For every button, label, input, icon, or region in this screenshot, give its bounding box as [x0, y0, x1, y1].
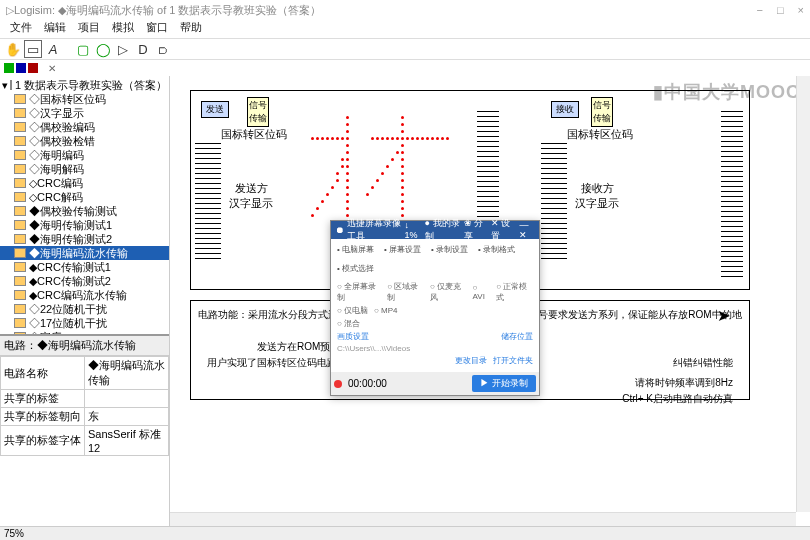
tree-item[interactable]: ◇17位随机干扰: [0, 316, 169, 330]
dialog-title: 迅捷屏幕录像工具: [347, 217, 405, 243]
menu-window[interactable]: 窗口: [142, 20, 172, 38]
tree-item[interactable]: ◇海明编码: [0, 148, 169, 162]
signal-box-send: 信号传输: [247, 97, 269, 127]
timer-value: 00:00:00: [348, 378, 387, 389]
recv-button[interactable]: 接收: [551, 101, 579, 118]
tree-item[interactable]: ◆CRC编码流水传输: [0, 288, 169, 302]
storage-link[interactable]: 储存位置: [501, 331, 533, 342]
dialog-section-labels: • 电脑屏幕 • 屏幕设置 • 录制设置 • 录制格式 • 模式选择: [331, 239, 539, 275]
scrollbar-vertical[interactable]: [796, 76, 810, 512]
input-pin-tool[interactable]: ▢: [74, 40, 92, 58]
project-tree[interactable]: ▾1 数据表示导教班实验（答案） * ◇国标转区位码◇汉字显示◇偶校验编码◇偶校…: [0, 76, 169, 334]
properties-header: 电路：◆海明编码流水传输: [0, 336, 169, 356]
screen-recorder-dialog[interactable]: ⏺ 迅捷屏幕录像工具 ↓ 1% ● 我的录制 ❀ 分享 ✕ 设置 — ✕ • 电…: [330, 220, 540, 396]
dialog-options-row2[interactable]: ○ 仅电脑○ MP4: [337, 305, 533, 316]
quality-link[interactable]: 画质设置: [337, 331, 369, 342]
recv-display-label: 接收方汉字显示: [567, 181, 627, 211]
dialog-tab-myrec[interactable]: ● 我的录制: [425, 217, 460, 243]
properties-table[interactable]: 电路名称◆海明编码流水传输共享的标签共享的标签朝向东共享的标签字体SansSer…: [0, 356, 169, 456]
tree-root[interactable]: ▾1 数据表示导教班实验（答案） *: [0, 78, 169, 92]
tree-item[interactable]: ◇偶校验检错: [0, 134, 169, 148]
tree-item[interactable]: ◆CRC传输测试2: [0, 274, 169, 288]
tree-item[interactable]: ◇CRC解码: [0, 190, 169, 204]
select-tool[interactable]: ▭: [24, 40, 42, 58]
close-button[interactable]: ×: [798, 4, 804, 16]
dialog-tab-download[interactable]: ↓ 1%: [405, 220, 421, 240]
record-indicator-icon: [334, 380, 342, 388]
tree-item[interactable]: ◇海明解码: [0, 162, 169, 176]
tree-item[interactable]: ◆海明编码流水传输: [0, 246, 169, 260]
minimize-button[interactable]: −: [756, 4, 762, 16]
toolbar-secondary: ✕: [0, 60, 810, 76]
menu-file[interactable]: 文件: [6, 20, 36, 38]
app-icon: ▷: [6, 4, 14, 17]
statusbar: 75%: [0, 526, 810, 540]
menu-simulate[interactable]: 模拟: [108, 20, 138, 38]
menu-project[interactable]: 项目: [74, 20, 104, 38]
dialog-tab-settings[interactable]: ✕ 设置: [491, 217, 514, 243]
dialog-close[interactable]: — ✕: [519, 220, 535, 240]
signal-box-recv: 信号传输: [591, 97, 613, 127]
menu-edit[interactable]: 编辑: [40, 20, 70, 38]
and-gate-tool[interactable]: D: [134, 40, 152, 58]
sidebar: ▾1 数据表示导教班实验（答案） * ◇国标转区位码◇汉字显示◇偶校验编码◇偶校…: [0, 76, 170, 526]
zoom-level: 75%: [4, 528, 24, 539]
open-folder-link[interactable]: 打开文件夹: [493, 355, 533, 366]
send-code-label: 国标转区位码: [221, 127, 287, 142]
tree-item[interactable]: ◇22位随机干扰: [0, 302, 169, 316]
tree-item[interactable]: ◇国标转区位码: [0, 92, 169, 106]
change-dir-link[interactable]: 更改目录: [455, 355, 487, 366]
properties-panel: 电路：◆海明编码流水传输 电路名称◆海明编码流水传输共享的标签共享的标签朝向东共…: [0, 334, 169, 526]
tree-item[interactable]: ◆CRC传输测试1: [0, 260, 169, 274]
send-display-label: 发送方汉字显示: [221, 181, 281, 211]
tree-item[interactable]: ◆海明传输测试2: [0, 232, 169, 246]
toolbar: ✋ ▭ A ▢ ◯ ▷ D ⫐: [0, 38, 810, 60]
color-blue[interactable]: [16, 63, 26, 73]
tree-item[interactable]: ◇偶校验编码: [0, 120, 169, 134]
dialog-options-row1[interactable]: ○ 全屏幕录制○ 区域录制○ 仅麦克风○ AVI○ 正常模式: [337, 281, 533, 303]
dialog-tab-share[interactable]: ❀ 分享: [464, 217, 487, 243]
tree-item[interactable]: ◆偶校验传输测试: [0, 204, 169, 218]
tree-item[interactable]: ◇汉字显示: [0, 106, 169, 120]
scrollbar-horizontal[interactable]: [170, 512, 796, 526]
dialog-icon: ⏺: [335, 225, 344, 235]
dialog-timer-bar: 00:00:00 ▶ 开始录制: [331, 372, 539, 395]
mouse-cursor: ➤: [717, 306, 730, 325]
not-gate-tool[interactable]: ▷: [114, 40, 132, 58]
menubar: 文件 编辑 项目 模拟 窗口 帮助: [0, 20, 810, 38]
start-record-button[interactable]: ▶ 开始录制: [472, 375, 536, 392]
text-tool[interactable]: A: [44, 40, 62, 58]
maximize-button[interactable]: □: [777, 4, 784, 16]
sim-controls[interactable]: ✕: [48, 63, 56, 74]
send-button[interactable]: 发送: [201, 101, 229, 118]
output-pin-tool[interactable]: ◯: [94, 40, 112, 58]
dialog-options-row3[interactable]: ○ 混合: [337, 318, 533, 329]
menu-help[interactable]: 帮助: [176, 20, 206, 38]
window-title: Logisim: ◆海明编码流水传输 of 1 数据表示导教班实验（答案）: [14, 3, 321, 18]
tree-item[interactable]: ◇CRC编码: [0, 176, 169, 190]
tree-item[interactable]: ◆海明传输测试1: [0, 218, 169, 232]
recv-code-label: 国标转区位码: [567, 127, 633, 142]
dialog-header[interactable]: ⏺ 迅捷屏幕录像工具 ↓ 1% ● 我的录制 ❀ 分享 ✕ 设置 — ✕: [331, 221, 539, 239]
poke-tool[interactable]: ✋: [4, 40, 22, 58]
color-red[interactable]: [28, 63, 38, 73]
color-green[interactable]: [4, 63, 14, 73]
path-display: C:\\Users\\...\\Videos: [337, 344, 410, 353]
or-gate-tool[interactable]: ⫐: [154, 40, 172, 58]
